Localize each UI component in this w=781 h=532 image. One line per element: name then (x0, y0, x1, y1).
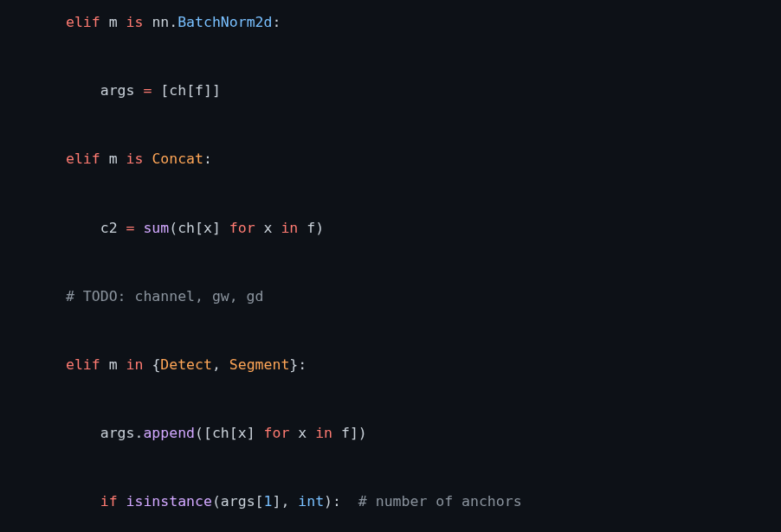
bracket: ] (203, 82, 212, 99)
attr: BatchNorm2d (178, 14, 272, 30)
identifier: ch (212, 425, 229, 441)
comment: # TODO: channel, gw, gd (66, 288, 263, 304)
op-assign: = (143, 82, 152, 99)
keyword-for: for (229, 220, 255, 236)
paren: ) (324, 493, 332, 510)
identifier: args (100, 82, 135, 99)
keyword-in: in (315, 425, 332, 441)
bracket: [ (195, 220, 203, 236)
keyword-elif: elif (66, 14, 100, 30)
code-line: elif m is Concat: (0, 142, 781, 176)
keyword-is: is (126, 151, 144, 167)
identifier: f (307, 220, 315, 236)
code-block: elif m is nn.BatchNorm2d: args = [ch[f]]… (0, 0, 781, 532)
paren: ) (358, 425, 367, 441)
class-name: Detect (160, 356, 212, 373)
keyword-in: in (281, 220, 298, 236)
code-line: # TODO: channel, gw, gd (0, 279, 781, 314)
code-line: args = [ch[f]] (0, 74, 781, 108)
func-call: sum (143, 220, 169, 236)
dot: . (135, 425, 144, 441)
class-name: Concat (152, 151, 203, 167)
method-call: append (143, 425, 195, 441)
bracket: ] (272, 493, 281, 510)
keyword-for: for (264, 425, 290, 441)
paren: ( (212, 493, 221, 510)
bracket: ] (350, 425, 358, 441)
op-assign: = (126, 220, 135, 236)
identifier: args (221, 493, 255, 510)
func-call: isinstance (126, 493, 212, 510)
identifier: m (109, 356, 118, 373)
identifier: m (109, 14, 118, 30)
identifier: ch (169, 82, 186, 99)
paren: ( (195, 425, 203, 441)
identifier: c2 (100, 220, 118, 236)
code-line: if isinstance(args[1], int): # number of… (0, 484, 781, 519)
keyword-in: in (126, 356, 144, 373)
keyword-is: is (126, 14, 144, 30)
keyword-elif: elif (66, 151, 100, 167)
code-line: elif m in {Detect, Segment}: (0, 348, 781, 382)
identifier: args (100, 425, 135, 441)
colon: : (298, 356, 307, 373)
code-line: c2 = sum(ch[x] for x in f) (0, 211, 781, 246)
dot: . (169, 14, 178, 30)
code-line: args.append([ch[x] for x in f]) (0, 416, 781, 451)
bracket: [ (160, 82, 169, 99)
comment: # number of anchors (358, 493, 522, 510)
colon: : (332, 493, 341, 510)
identifier: f (341, 425, 350, 441)
bracket: ] (247, 425, 255, 441)
identifier: x (264, 220, 273, 236)
paren: ( (169, 220, 178, 236)
brace: } (289, 356, 298, 373)
bracket: ] (212, 220, 221, 236)
number: 1 (264, 493, 273, 510)
paren: ) (315, 220, 324, 236)
identifier: x (238, 425, 247, 441)
identifier: x (298, 425, 307, 441)
identifier: m (109, 151, 118, 167)
bracket: ] (212, 82, 221, 99)
bracket: [ (186, 82, 195, 99)
bracket: [ (255, 493, 264, 510)
identifier: x (203, 220, 212, 236)
builtin: int (298, 493, 324, 510)
identifier: ch (178, 220, 195, 236)
comma: , (281, 493, 289, 510)
comma: , (212, 356, 221, 373)
colon: : (203, 151, 212, 167)
identifier: f (195, 82, 203, 99)
class-name: Segment (229, 356, 290, 373)
identifier: nn (152, 14, 169, 30)
code-line: elif m is nn.BatchNorm2d: (0, 5, 781, 40)
bracket: [ (203, 425, 212, 441)
keyword-if: if (100, 493, 118, 510)
bracket: [ (229, 425, 238, 441)
colon: : (272, 14, 281, 30)
brace: { (152, 356, 160, 373)
keyword-elif: elif (66, 356, 100, 373)
